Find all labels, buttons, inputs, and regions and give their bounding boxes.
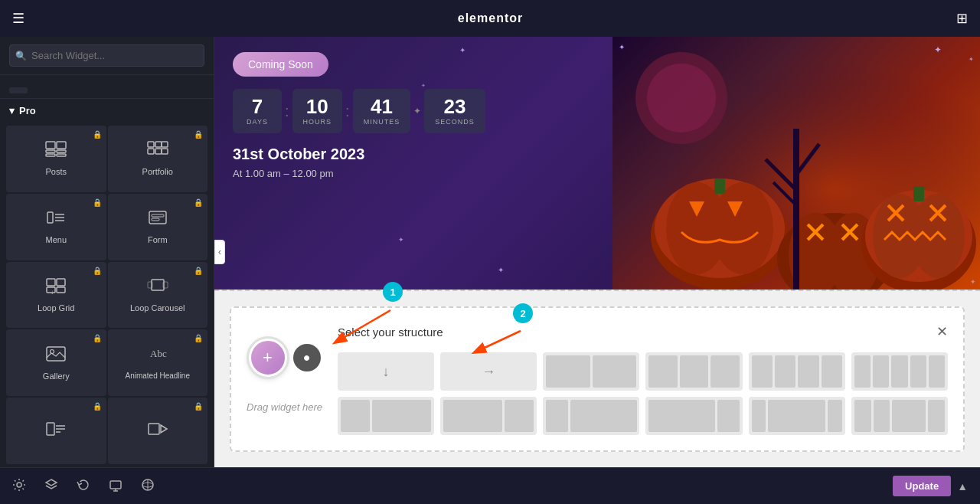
coming-soon-button[interactable]: Coming Soon [233, 52, 328, 77]
structure-option-3-4[interactable] [645, 397, 742, 435]
widget-item-extra2[interactable]: 🔒 [108, 398, 208, 464]
widget-item-posts[interactable]: 🔒 Posts [6, 126, 106, 192]
structure-option-2-1[interactable] [440, 397, 537, 435]
event-date: 31st October 2023 [233, 146, 594, 163]
structure-option-1-4-1[interactable] [749, 397, 845, 435]
svg-rect-3 [57, 142, 66, 149]
structure-option-5col[interactable] [851, 352, 948, 391]
extra2-icon [147, 421, 168, 442]
star-tr1: ✦ [934, 44, 942, 55]
svg-rect-4 [57, 150, 66, 152]
lock-icon: 🔒 [93, 267, 102, 275]
pumpkin-svg [612, 37, 980, 290]
layers-button[interactable] [41, 475, 61, 498]
structure-title: Select your structure [338, 326, 443, 339]
widget-item-animated-headline[interactable]: 🔒 Abc Animated Headline [108, 329, 208, 396]
posts-icon [45, 141, 67, 162]
svg-rect-30 [47, 423, 54, 435]
structure-grid-row1: ↓ → [338, 352, 948, 391]
logo: elementor [458, 11, 523, 25]
svg-rect-19 [47, 279, 55, 286]
svg-rect-58 [913, 186, 924, 201]
preview-left: ✦ ✦ ✦ Coming Soon 7 DAYS : 10 HOURS [214, 37, 612, 290]
close-small-button[interactable]: ● [293, 344, 321, 371]
left-panel: 🔍 ▾ Pro 🔒 [0, 37, 214, 467]
sep2: : [345, 103, 350, 120]
widget-item-gallery[interactable]: 🔒 Gallery [6, 329, 106, 396]
widget-item-loop-grid[interactable]: 🔒 ↓ Loop Grid [6, 262, 106, 329]
event-time: At 1.00 am – 12.00 pm [233, 168, 594, 179]
pro-section-label[interactable]: ▾ Pro [0, 99, 214, 123]
structure-option-2col[interactable] [543, 352, 639, 391]
svg-point-64 [647, 64, 716, 133]
widget-item-loop-carousel[interactable]: 🔒 Loop Carousel [108, 262, 208, 329]
down-arrow-icon: ↓ [383, 364, 390, 380]
filter-button[interactable] [9, 87, 28, 93]
svg-rect-34 [149, 424, 159, 434]
loop-carousel-icon [147, 277, 168, 299]
svg-rect-17 [152, 214, 164, 217]
svg-rect-20 [57, 279, 65, 286]
widget-label-form: Form [148, 235, 168, 244]
structure-option-1-3[interactable] [338, 397, 434, 435]
structure-option-4col[interactable] [749, 352, 845, 391]
structure-option-mixed[interactable] [851, 397, 948, 435]
widget-label-gallery: Gallery [43, 371, 70, 381]
svg-text:↓: ↓ [51, 289, 54, 294]
close-structure-button[interactable]: ✕ [936, 323, 948, 340]
extra1-icon [45, 421, 67, 442]
widget-item-extra1[interactable]: 🔒 [6, 398, 106, 464]
widget-item-menu[interactable]: 🔒 Menu [6, 194, 106, 260]
bottom-toolbar: Update ▲ [0, 467, 980, 504]
widget-label-menu: Menu [45, 235, 67, 244]
star-decoration-3: ✦ [398, 236, 404, 244]
update-button[interactable]: Update [893, 476, 951, 496]
star-br: ✦ [970, 278, 976, 286]
countdown: 7 DAYS : 10 HOURS : 41 MINUTES [233, 89, 594, 133]
menu-icon [45, 209, 67, 231]
svg-rect-8 [162, 142, 168, 147]
grid-button[interactable]: ⊞ [956, 10, 968, 27]
star-decoration-2: ✦ [421, 83, 426, 89]
structure-left: + ● Drag widget here [247, 323, 322, 435]
lock-icon: 🔒 [93, 198, 102, 207]
svg-rect-22 [57, 287, 65, 293]
chevron-up-button[interactable]: ▲ [954, 477, 971, 496]
history-button[interactable] [74, 475, 93, 498]
minutes-label: MINUTES [364, 118, 400, 126]
svg-rect-42 [714, 178, 725, 194]
settings-button[interactable] [9, 475, 29, 498]
svg-rect-1 [46, 150, 55, 152]
structure-header: Select your structure ✕ [338, 323, 948, 340]
svg-text:Abc: Abc [150, 348, 167, 359]
responsive-button[interactable] [106, 475, 126, 498]
structure-option-1-4[interactable] [543, 397, 639, 435]
toolbar-left [9, 475, 158, 498]
structure-option-1col-right[interactable]: → [440, 352, 537, 391]
search-icon: 🔍 [15, 51, 27, 61]
lock-icon: 🔒 [93, 130, 102, 139]
widget-item-form[interactable]: 🔒 Form [108, 194, 208, 260]
chevron-down-icon: ▾ [9, 105, 15, 116]
preview-button[interactable] [138, 475, 158, 498]
lock-icon: 🔒 [194, 130, 203, 139]
widget-item-portfolio[interactable]: 🔒 Portfolio [108, 126, 208, 192]
portfolio-icon [147, 141, 168, 162]
canvas-area: ‹ ✦ ✦ ✦ Coming Soon 7 DAYS : [214, 37, 980, 467]
lock-icon: 🔒 [93, 334, 102, 342]
search-input[interactable] [9, 44, 204, 67]
add-button[interactable]: + [249, 339, 287, 377]
countdown-hours: 10 HOURS [292, 89, 343, 133]
structure-grid-row2 [338, 397, 948, 435]
hamburger-button[interactable]: ☰ [12, 10, 24, 27]
svg-rect-2 [46, 154, 55, 156]
hours-value: 10 [303, 97, 332, 116]
svg-point-39 [712, 182, 773, 274]
sep1: : [285, 103, 289, 120]
drag-text: Drag widget here [247, 401, 322, 413]
structure-option-1col[interactable]: ↓ [338, 352, 434, 391]
hours-label: HOURS [303, 118, 332, 126]
widget-label-animated-headline: Animated Headline [126, 371, 191, 380]
structure-option-3col[interactable] [645, 352, 742, 391]
collapse-panel-button[interactable]: ‹ [214, 240, 225, 264]
